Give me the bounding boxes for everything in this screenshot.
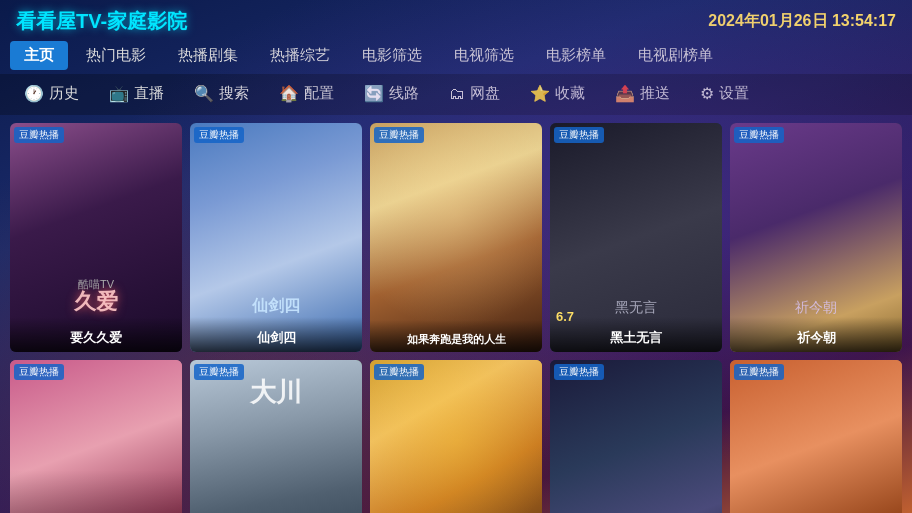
toolbar-search[interactable]: 🔍 搜索 xyxy=(180,78,263,109)
toolbar-push[interactable]: 📤 推送 xyxy=(601,78,684,109)
toolbar-collect-label: 收藏 xyxy=(555,84,585,103)
card-2-badge: 豆瓣热播 xyxy=(194,127,244,143)
nav-item-hot-movies[interactable]: 热门电影 xyxy=(72,41,160,70)
card-10-badge: 豆瓣热播 xyxy=(734,364,784,380)
content-row2: 豆瓣热播 豆瓣热播 大川 豆瓣热播 豆瓣热播 豆瓣热播 xyxy=(0,360,912,513)
card-1-extra: 酷喵TV xyxy=(78,277,114,292)
card-3-title: 如果奔跑是我的人生 xyxy=(370,320,542,352)
card-9-badge: 豆瓣热播 xyxy=(554,364,604,380)
card-8-badge: 豆瓣热播 xyxy=(374,364,424,380)
toolbar-search-label: 搜索 xyxy=(219,84,249,103)
nav-item-tv-rank[interactable]: 电视剧榜单 xyxy=(624,41,727,70)
toolbar-route[interactable]: 🔄 线路 xyxy=(350,78,433,109)
content-row1: 豆瓣热播 酷喵TV 要久久爱 豆瓣热播 仙剑四 豆瓣热播 如果奔跑是我的人生 豆… xyxy=(0,115,912,360)
card-5[interactable]: 豆瓣热播 祈今朝 xyxy=(730,123,902,352)
header: 看看屋TV-家庭影院 2024年01月26日 13:54:17 xyxy=(0,0,912,39)
nav-item-tv-filter[interactable]: 电视筛选 xyxy=(440,41,528,70)
card-1-badge: 豆瓣热播 xyxy=(14,127,64,143)
card-3[interactable]: 豆瓣热播 如果奔跑是我的人生 xyxy=(370,123,542,352)
toolbar-collect[interactable]: ⭐ 收藏 xyxy=(516,78,599,109)
settings-icon: ⚙ xyxy=(700,84,714,103)
app-title: 看看屋TV-家庭影院 xyxy=(16,8,187,35)
card-5-title: 祈今朝 xyxy=(730,317,902,352)
toolbar-history-label: 历史 xyxy=(49,84,79,103)
card-9[interactable]: 豆瓣热播 xyxy=(550,360,722,513)
netdisk-icon: 🗂 xyxy=(449,85,465,103)
toolbar-push-label: 推送 xyxy=(640,84,670,103)
toolbar: 🕐 历史 📺 直播 🔍 搜索 🏠 配置 🔄 线路 🗂 网盘 ⭐ 收藏 📤 推送 … xyxy=(0,74,912,115)
card-1-title: 要久久爱 xyxy=(10,317,182,352)
nav-item-movie-rank[interactable]: 电影榜单 xyxy=(532,41,620,70)
nav-item-movie-filter[interactable]: 电影筛选 xyxy=(348,41,436,70)
card-1[interactable]: 豆瓣热播 酷喵TV 要久久爱 xyxy=(10,123,182,352)
nav-item-hot-dramas[interactable]: 热播剧集 xyxy=(164,41,252,70)
card-4-title: 黑土无言 xyxy=(550,317,722,352)
toolbar-settings[interactable]: ⚙ 设置 xyxy=(686,78,763,109)
card-2-title: 仙剑四 xyxy=(190,317,362,352)
card-8[interactable]: 豆瓣热播 xyxy=(370,360,542,513)
datetime: 2024年01月26日 13:54:17 xyxy=(708,11,896,32)
toolbar-config-label: 配置 xyxy=(304,84,334,103)
live-icon: 📺 xyxy=(109,84,129,103)
card-6-badge: 豆瓣热播 xyxy=(14,364,64,380)
history-icon: 🕐 xyxy=(24,84,44,103)
card-7-badge: 豆瓣热播 xyxy=(194,364,244,380)
card-4-badge: 豆瓣热播 xyxy=(554,127,604,143)
config-icon: 🏠 xyxy=(279,84,299,103)
toolbar-history[interactable]: 🕐 历史 xyxy=(10,78,93,109)
nav-item-variety[interactable]: 热播综艺 xyxy=(256,41,344,70)
toolbar-route-label: 线路 xyxy=(389,84,419,103)
nav-item-home[interactable]: 主页 xyxy=(10,41,68,70)
card-3-badge: 豆瓣热播 xyxy=(374,127,424,143)
push-icon: 📤 xyxy=(615,84,635,103)
search-icon: 🔍 xyxy=(194,84,214,103)
card-7[interactable]: 豆瓣热播 大川 xyxy=(190,360,362,513)
toolbar-netdisk-label: 网盘 xyxy=(470,84,500,103)
card-5-badge: 豆瓣热播 xyxy=(734,127,784,143)
collect-icon: ⭐ xyxy=(530,84,550,103)
toolbar-netdisk[interactable]: 🗂 网盘 xyxy=(435,78,514,109)
toolbar-live[interactable]: 📺 直播 xyxy=(95,78,178,109)
card-4[interactable]: 豆瓣热播 6.7 黑土无言 xyxy=(550,123,722,352)
toolbar-live-label: 直播 xyxy=(134,84,164,103)
card-2[interactable]: 豆瓣热播 仙剑四 xyxy=(190,123,362,352)
toolbar-config[interactable]: 🏠 配置 xyxy=(265,78,348,109)
card-6[interactable]: 豆瓣热播 xyxy=(10,360,182,513)
toolbar-settings-label: 设置 xyxy=(719,84,749,103)
nav-bar: 主页 热门电影 热播剧集 热播综艺 电影筛选 电视筛选 电影榜单 电视剧榜单 xyxy=(0,39,912,74)
card-10[interactable]: 豆瓣热播 xyxy=(730,360,902,513)
route-icon: 🔄 xyxy=(364,84,384,103)
